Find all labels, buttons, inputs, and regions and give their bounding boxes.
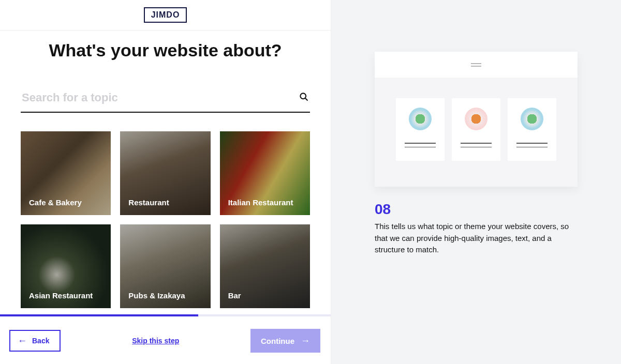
topic-tile-restaurant[interactable]: Restaurant [120,131,210,215]
info-panel: 08 This tells us what topic or theme you… [331,0,621,364]
search-input[interactable] [22,91,299,104]
brand-logo: JIMDO [144,7,187,23]
preview-body [375,78,578,187]
tile-label: Pubs & Izakaya [128,291,185,300]
topic-tile-pubs-izakaya[interactable]: Pubs & Izakaya [120,224,210,308]
preview-text-line [405,143,436,144]
search-icon[interactable] [299,92,309,104]
preview-text-line [461,143,492,144]
back-label: Back [32,337,49,345]
menu-icon [471,63,481,67]
preview-circle-image [409,108,432,130]
svg-line-1 [305,98,308,101]
preview-circle-image [465,108,487,130]
preview-item [452,98,500,161]
preview-card [375,52,578,187]
continue-button[interactable]: Continue → [250,329,320,353]
step-number: 08 [375,201,578,218]
preview-header [375,52,578,78]
preview-item [396,98,445,161]
preview-item [508,98,556,161]
preview-text-line [461,147,492,148]
continue-label: Continue [261,337,294,345]
topic-tile-italian-restaurant[interactable]: Italian Restaurant [220,131,310,215]
preview-text-line [516,147,548,148]
preview-text-line [405,147,436,148]
step-description: This tells us what topic or theme your w… [375,221,578,256]
tile-label: Restaurant [128,198,169,207]
topic-tile-bar[interactable]: Bar [220,224,310,308]
preview-circle-image [521,108,543,130]
preview-text-line [516,143,548,144]
tile-label: Cafe & Bakery [29,198,82,207]
tile-label: Asian Restaurant [29,291,93,300]
tile-label: Bar [228,291,241,300]
topic-tile-cafe-bakery[interactable]: Cafe & Bakery [21,131,111,215]
logo-bar: JIMDO [0,0,331,31]
arrow-left-icon: ← [18,336,27,345]
tile-label: Italian Restaurant [228,198,293,207]
page-title: What's your website about? [21,41,310,60]
arrow-right-icon: → [301,336,310,345]
back-button[interactable]: ← Back [9,330,61,352]
topic-tile-asian-restaurant[interactable]: Asian Restaurant [21,224,111,308]
search-field[interactable] [21,86,310,113]
skip-link[interactable]: Skip this step [132,337,179,345]
svg-point-0 [300,94,306,99]
